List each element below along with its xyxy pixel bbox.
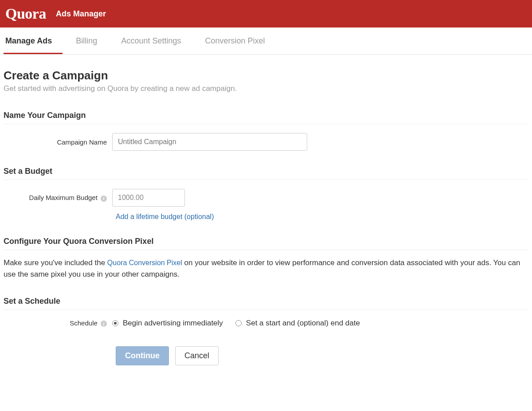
pixel-text-before: Make sure you've included the [4,258,107,267]
schedule-option-startend[interactable]: Set a start and (optional) end date [235,319,360,328]
section-budget-heading: Set a Budget [4,167,528,180]
budget-row: Daily Maximum Budget i [4,189,528,207]
schedule-radio-group: Begin advertising immediately Set a star… [112,319,360,328]
conversion-pixel-link[interactable]: Quora Conversion Pixel [107,259,182,266]
section-name-heading: Name Your Campaign [4,111,528,124]
page-title: Create a Campaign [4,69,528,82]
schedule-option1-label: Begin advertising immediately [123,319,223,328]
action-buttons: Continue Cancel [116,346,528,365]
daily-budget-input[interactable] [112,189,185,207]
page-content: Create a Campaign Get started with adver… [0,55,532,383]
budget-label: Daily Maximum Budget i [4,194,112,201]
campaign-name-input[interactable] [112,133,307,151]
tab-account-settings[interactable]: Account Settings [121,27,192,54]
schedule-label-text: Schedule [70,319,98,327]
nav-tabs: Manage Ads Billing Account Settings Conv… [0,27,532,55]
cancel-button[interactable]: Cancel [175,346,219,365]
add-lifetime-budget-link[interactable]: Add a lifetime budget (optional) [116,213,214,220]
app-header: Quora Ads Manager [0,0,532,27]
info-icon[interactable]: i [101,321,107,327]
pixel-description: Make sure you've included the Quora Conv… [4,257,528,281]
schedule-label: Schedule i [4,319,112,327]
page-subtitle: Get started with advertising on Quora by… [4,84,528,93]
radio-icon [235,320,242,326]
tab-manage-ads[interactable]: Manage Ads [4,27,63,54]
continue-button[interactable]: Continue [116,346,169,365]
radio-icon [112,320,118,326]
schedule-option-immediate[interactable]: Begin advertising immediately [112,319,223,328]
lifetime-budget-row: Add a lifetime budget (optional) [116,213,528,221]
tab-billing[interactable]: Billing [76,27,108,54]
section-pixel-heading: Configure Your Quora Conversion Pixel [4,237,528,250]
budget-label-text: Daily Maximum Budget [29,194,98,201]
quora-logo: Quora [5,5,46,22]
campaign-name-label: Campaign Name [4,138,112,146]
schedule-row: Schedule i Begin advertising immediately… [4,319,528,328]
header-title: Ads Manager [56,9,106,19]
info-icon[interactable]: i [101,196,107,202]
schedule-option2-label: Set a start and (optional) end date [246,319,360,328]
campaign-name-row: Campaign Name [4,133,528,151]
tab-conversion-pixel[interactable]: Conversion Pixel [205,27,275,54]
section-schedule-heading: Set a Schedule [4,297,528,310]
